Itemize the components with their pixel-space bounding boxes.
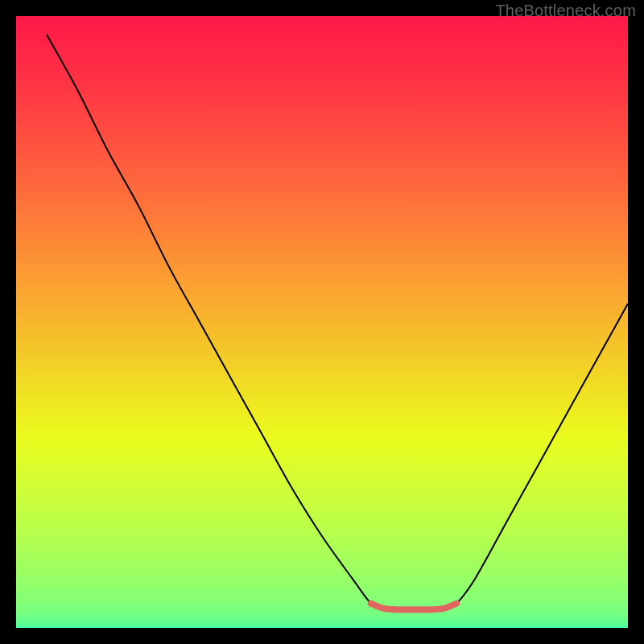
chart-svg-layer <box>16 16 628 628</box>
bottleneck-curve <box>47 35 628 610</box>
floor-marker <box>371 604 456 610</box>
chart-frame: TheBottleneck.com <box>0 0 644 644</box>
watermark-text: TheBottleneck.com <box>495 2 636 20</box>
plot-area <box>16 16 628 628</box>
